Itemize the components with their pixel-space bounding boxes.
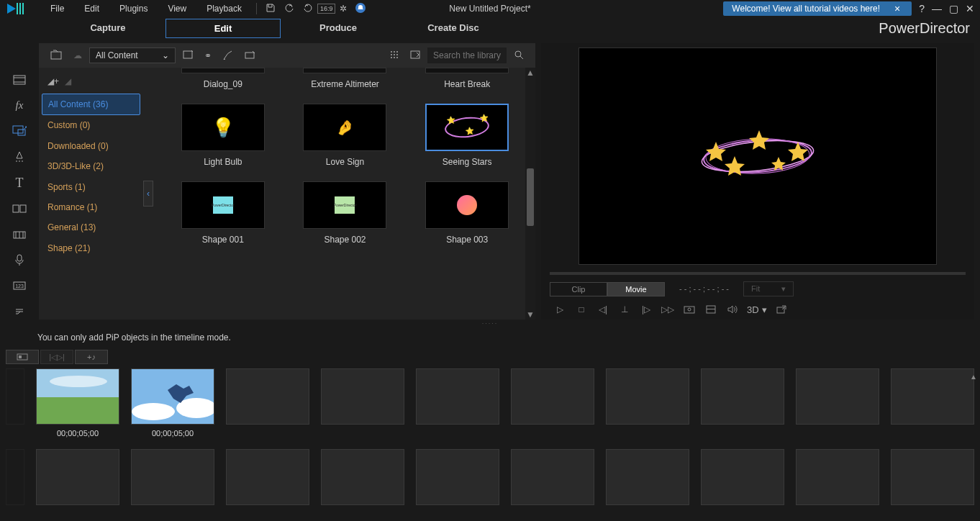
menu-edit[interactable]: Edit bbox=[74, 1, 109, 17]
library-item[interactable]: Heart Break bbox=[413, 68, 521, 89]
empty-slot[interactable] bbox=[226, 368, 309, 425]
empty-slot[interactable] bbox=[891, 368, 974, 425]
chapter-room-icon[interactable]: 123 bbox=[11, 278, 28, 294]
empty-slot[interactable] bbox=[891, 449, 974, 505]
search-icon[interactable] bbox=[509, 47, 528, 65]
empty-slot[interactable] bbox=[796, 368, 879, 425]
transition-room-icon[interactable] bbox=[11, 201, 28, 217]
category-item[interactable]: Custom (0) bbox=[42, 115, 140, 135]
next-frame-icon[interactable]: |▷ bbox=[639, 304, 653, 315]
preview-fit-dropdown[interactable]: Fit▾ bbox=[743, 281, 794, 296]
media-room-icon[interactable] bbox=[11, 72, 28, 88]
mode-create-disc[interactable]: Create Disc bbox=[396, 19, 511, 38]
audio-mixing-icon[interactable] bbox=[11, 227, 28, 243]
create-pip-icon[interactable] bbox=[178, 47, 197, 64]
minimize-icon[interactable]: ― bbox=[932, 3, 942, 14]
undo-icon[interactable] bbox=[280, 1, 299, 17]
notification-close-icon[interactable]: × bbox=[891, 3, 903, 14]
preview-display[interactable] bbox=[579, 47, 937, 265]
library-item[interactable]: Dialog_09 bbox=[169, 68, 277, 89]
empty-slot[interactable] bbox=[606, 449, 689, 505]
add-music-icon[interactable]: +♪ bbox=[75, 350, 108, 364]
library-item[interactable]: Extreme Altimeter bbox=[291, 68, 399, 89]
content-filter-dropdown[interactable]: All Content ⌄ bbox=[89, 47, 176, 63]
close-window-icon[interactable]: ✕ bbox=[966, 3, 974, 14]
empty-slot[interactable] bbox=[131, 449, 214, 505]
3d-toggle[interactable]: 3D ▾ bbox=[747, 304, 767, 315]
category-item[interactable]: Shape (21) bbox=[42, 238, 140, 258]
prev-frame-icon[interactable]: ◁| bbox=[596, 304, 610, 315]
undock-icon[interactable] bbox=[774, 304, 789, 315]
preview-scrubber[interactable] bbox=[550, 272, 966, 275]
menu-view[interactable]: View bbox=[158, 1, 196, 17]
snapshot-icon[interactable] bbox=[682, 304, 697, 315]
category-item[interactable]: Downloaded (0) bbox=[42, 136, 140, 156]
timeline-markers-icon[interactable]: |◁▷| bbox=[40, 350, 73, 364]
library-item[interactable]: ⭐⭐⭐Seeing Stars bbox=[413, 104, 521, 167]
pip-room-icon[interactable] bbox=[11, 124, 28, 140]
help-icon[interactable]: ? bbox=[919, 3, 925, 14]
empty-slot[interactable] bbox=[36, 449, 119, 505]
empty-slot[interactable] bbox=[226, 449, 309, 505]
empty-slot[interactable] bbox=[321, 368, 404, 425]
stop-icon[interactable]: □ bbox=[574, 304, 589, 315]
storyboard-clip[interactable]: 00;00;05;00 bbox=[131, 368, 214, 438]
empty-slot[interactable] bbox=[416, 449, 499, 505]
scroll-thumb[interactable] bbox=[527, 168, 534, 226]
empty-slot[interactable] bbox=[511, 368, 594, 425]
add-tag-icon[interactable]: ◢+ bbox=[47, 76, 59, 86]
menu-plugins[interactable]: Plugins bbox=[109, 1, 158, 17]
paint-designer-icon[interactable] bbox=[219, 47, 237, 65]
preview-clip-button[interactable]: Clip bbox=[550, 282, 607, 296]
library-view-icon[interactable] bbox=[386, 47, 403, 64]
title-room-icon[interactable]: T bbox=[11, 175, 28, 191]
particle-room-icon[interactable] bbox=[11, 149, 28, 165]
library-item[interactable]: 🤌Love Sign bbox=[291, 104, 399, 167]
import-media-icon[interactable] bbox=[46, 47, 66, 65]
mode-capture[interactable]: Capture bbox=[50, 19, 165, 38]
storyboard-view-icon[interactable] bbox=[6, 350, 39, 364]
library-search-input[interactable] bbox=[427, 47, 507, 63]
voiceover-room-icon[interactable] bbox=[11, 253, 28, 268]
library-item[interactable]: Shape 003 bbox=[413, 181, 521, 245]
preview-movie-button[interactable]: Movie bbox=[607, 282, 665, 296]
category-item[interactable]: Romance (1) bbox=[42, 197, 140, 217]
download-cloud-icon[interactable]: ☁ bbox=[69, 47, 86, 63]
fx-room-icon[interactable]: fx bbox=[11, 98, 28, 114]
play-icon[interactable]: ▷ bbox=[553, 304, 567, 315]
empty-slot[interactable] bbox=[416, 368, 499, 425]
step-back-icon[interactable]: ⊥ bbox=[617, 304, 632, 315]
category-item[interactable]: General (13) bbox=[42, 217, 140, 237]
modify-pip-icon[interactable]: ⚭ bbox=[200, 47, 216, 63]
empty-slot[interactable] bbox=[511, 449, 594, 505]
scroll-up-icon[interactable]: ▲ bbox=[525, 68, 535, 78]
mode-edit[interactable]: Edit bbox=[165, 19, 281, 38]
category-item[interactable]: 3D/3D-Like (2) bbox=[42, 156, 140, 176]
library-expand-icon[interactable] bbox=[406, 47, 425, 64]
settings-gear-icon[interactable]: ✲ bbox=[335, 2, 351, 15]
notification-bell-icon[interactable] bbox=[351, 1, 370, 17]
category-item[interactable]: Sports (1) bbox=[42, 177, 140, 197]
storyboard-clip[interactable]: 00;00;05;00 bbox=[36, 368, 119, 438]
quality-icon[interactable] bbox=[704, 304, 718, 315]
scroll-down-icon[interactable]: ▼ bbox=[525, 309, 535, 320]
library-item[interactable]: PowerDirectorShape 002 bbox=[291, 181, 399, 245]
library-item[interactable]: PowerDirectorShape 001 bbox=[169, 181, 277, 245]
redo-icon[interactable] bbox=[299, 1, 317, 17]
volume-icon[interactable] bbox=[725, 304, 740, 315]
maximize-icon[interactable]: ▢ bbox=[949, 3, 958, 14]
category-item[interactable]: All Content (36) bbox=[42, 94, 140, 115]
empty-slot[interactable] bbox=[701, 368, 784, 425]
upload-pip-icon[interactable] bbox=[240, 47, 259, 64]
collapse-categories-button[interactable]: ‹ bbox=[143, 181, 153, 207]
empty-slot[interactable] bbox=[796, 449, 879, 505]
storyboard-scroll-up-icon[interactable]: ▲ bbox=[970, 373, 977, 381]
save-icon[interactable] bbox=[261, 1, 280, 17]
subtitle-room-icon[interactable] bbox=[11, 304, 28, 320]
notification-banner[interactable]: Welcome! View all tutorial videos here! … bbox=[723, 1, 912, 16]
library-item[interactable]: 💡Light Bulb bbox=[169, 104, 277, 167]
menu-file[interactable]: File bbox=[40, 1, 74, 17]
empty-slot[interactable] bbox=[321, 449, 404, 505]
menu-playback[interactable]: Playback bbox=[196, 1, 252, 17]
splitter-handle[interactable]: ····· bbox=[0, 320, 980, 327]
